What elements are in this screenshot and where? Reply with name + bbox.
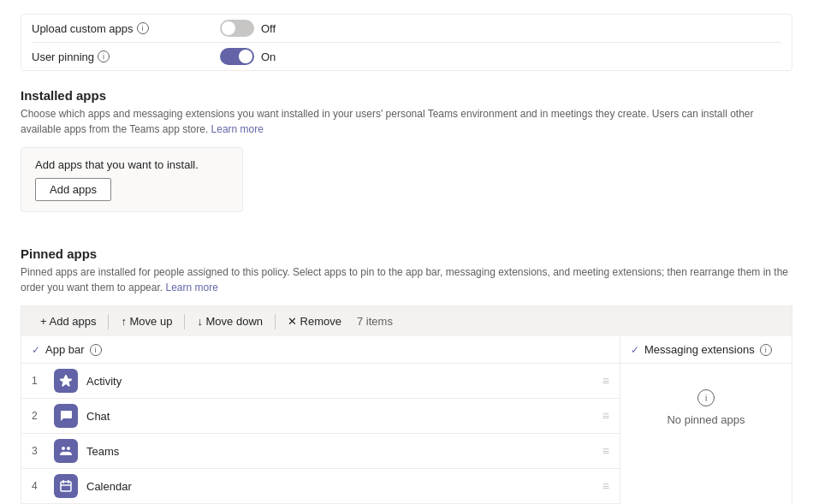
pinned-apps-learn-more[interactable]: Learn more [165,282,217,294]
upload-custom-apps-label: Upload custom apps i [32,22,220,35]
messaging-info-icon[interactable]: i [760,344,772,356]
user-pinning-row: User pinning i On [32,43,781,70]
user-pinning-toggle[interactable] [220,48,254,65]
upload-custom-apps-toggle-label: Off [261,22,276,35]
installed-apps-learn-more[interactable]: Learn more [211,123,264,135]
messaging-check-icon: ✓ [631,344,639,356]
pinned-apps-title: Pinned apps [21,246,792,261]
pinned-apps-remove-button[interactable]: ✕ Remove [279,311,350,331]
installed-apps-desc: Choose which apps and messaging extensio… [21,106,792,137]
messaging-header-label: Messaging extensions [644,343,755,356]
pinned-apps-table: ✓ App bar i 1 Activity ≡ 2 Chat ≡ 3 [21,336,792,504]
toolbar-divider-2 [184,314,185,329]
messaging-header: ✓ Messaging extensions i [620,336,792,364]
user-pinning-toggle-knob [239,50,252,63]
app-bar-info-icon[interactable]: i [90,344,102,356]
upload-custom-apps-text: Upload custom apps [32,22,134,35]
app-row[interactable]: 2 Chat ≡ [21,399,620,434]
upload-custom-apps-toggle-knob [222,21,235,35]
app-rows-container: 1 Activity ≡ 2 Chat ≡ 3 Teams ≡ 4 [21,364,620,504]
installed-apps-prompt: Add apps that you want to install. [35,158,228,171]
installed-apps-box: Add apps that you want to install. Add a… [21,147,243,212]
app-row-num: 2 [32,410,45,422]
app-name-teams: Teams [86,445,594,458]
app-name-activity: Activity [86,375,594,388]
drag-handle[interactable]: ≡ [602,444,609,458]
toolbar-divider-3 [275,314,276,329]
user-pinning-label: User pinning i [32,50,220,63]
settings-block: Upload custom apps i Off User pinning i … [21,14,792,71]
pinned-apps-items-count: 7 items [357,315,393,328]
drag-handle[interactable]: ≡ [602,479,609,493]
svg-rect-2 [61,482,71,491]
page-container: Upload custom apps i Off User pinning i … [0,0,813,504]
pinned-apps-move-up-button[interactable]: ↑ Move up [112,311,181,331]
app-row[interactable]: 1 Activity ≡ [21,364,620,399]
app-row-num: 3 [32,445,45,457]
app-icon-teams [54,439,78,463]
app-row-num: 4 [32,480,45,492]
pinned-apps-add-button[interactable]: + Add apps [32,311,104,331]
app-bar-header: ✓ App bar i [21,336,620,364]
pinned-apps-columns: ✓ App bar i 1 Activity ≡ 2 Chat ≡ 3 [21,336,792,504]
pinned-apps-move-down-button[interactable]: ↓ Move down [188,311,271,331]
drag-handle[interactable]: ≡ [602,409,609,423]
no-pinned-text: No pinned apps [667,413,745,426]
app-icon-activity [54,369,78,393]
installed-apps-title: Installed apps [21,88,792,103]
installed-apps-add-button[interactable]: Add apps [35,178,111,201]
user-pinning-toggle-label: On [261,50,276,63]
app-row[interactable]: 4 Calendar ≡ [21,469,620,504]
pinned-apps-desc: Pinned apps are installed for people ass… [21,264,792,295]
upload-custom-apps-row: Upload custom apps i Off [32,15,781,43]
installed-apps-section: Installed apps Choose which apps and mes… [21,88,792,229]
pinned-apps-section: Pinned apps Pinned apps are installed fo… [21,246,792,504]
app-row-num: 1 [32,375,45,387]
user-pinning-text: User pinning [32,50,94,63]
app-name-calendar: Calendar [86,480,594,493]
no-pinned-apps: i No pinned apps [620,364,792,452]
app-icon-calendar [54,474,78,498]
upload-custom-apps-info-icon[interactable]: i [137,22,149,34]
svg-point-1 [67,447,70,450]
app-icon-chat [54,404,78,428]
messaging-column: ✓ Messaging extensions i i No pinned app… [620,336,792,504]
user-pinning-info-icon[interactable]: i [98,50,110,62]
pinned-apps-toolbar: + Add apps ↑ Move up ↓ Move down ✕ Remov… [21,305,792,336]
svg-point-0 [62,447,65,450]
upload-custom-apps-toggle-area: Off [220,20,276,37]
user-pinning-toggle-area: On [220,48,276,65]
app-bar-check-icon: ✓ [32,344,40,356]
drag-handle[interactable]: ≡ [602,374,609,388]
app-name-chat: Chat [86,410,594,423]
toolbar-divider-1 [108,314,109,329]
no-pinned-icon: i [697,389,715,406]
app-bar-column: ✓ App bar i 1 Activity ≡ 2 Chat ≡ 3 [21,336,620,504]
app-row[interactable]: 3 Teams ≡ [21,434,620,469]
upload-custom-apps-toggle[interactable] [220,20,254,37]
app-bar-header-label: App bar [45,343,85,356]
